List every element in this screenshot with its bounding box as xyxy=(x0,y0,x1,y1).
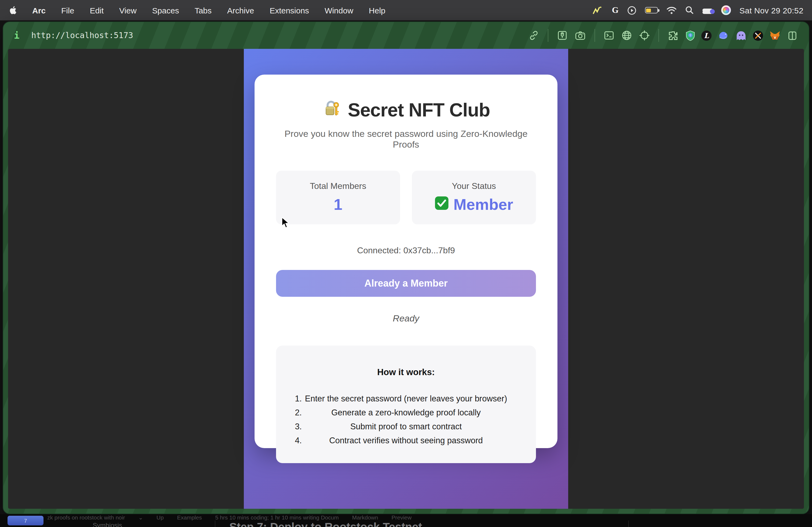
stat-value: 1 xyxy=(334,196,342,214)
play-circle-icon[interactable] xyxy=(627,5,636,16)
total-members-stat: Total Members 1 xyxy=(276,171,400,224)
mouse-cursor xyxy=(281,217,289,231)
screen: Arc File Edit View Spaces Tabs Archive E… xyxy=(0,0,812,527)
page-background-gradient: Secret NFT Club Prove you know the secre… xyxy=(244,49,568,509)
background-preview-label[interactable]: Preview xyxy=(392,514,412,521)
picture-in-picture-icon[interactable] xyxy=(556,30,568,41)
extensions-puzzle-icon[interactable] xyxy=(667,29,679,42)
battery-icon[interactable] xyxy=(645,7,658,13)
macos-menu-bar: Arc File Edit View Spaces Tabs Archive E… xyxy=(0,0,812,20)
siri-icon[interactable] xyxy=(721,5,731,15)
browser-toolbar: i http://localhost:5173 xyxy=(3,22,809,49)
status-text: Ready xyxy=(276,313,536,324)
chevron-down-icon: ⌄ xyxy=(138,514,143,521)
grammarly-icon[interactable]: G xyxy=(612,5,619,16)
wifi-icon[interactable] xyxy=(666,5,677,16)
info-icon[interactable]: i xyxy=(14,30,19,41)
how-it-works-panel: How it works: 1. Enter the secret passwo… xyxy=(276,346,536,463)
camera-icon[interactable] xyxy=(574,30,586,41)
link-icon[interactable] xyxy=(528,30,540,41)
toolbar-divider xyxy=(595,29,595,42)
connected-wallet-address: Connected: 0x37cb...7bf9 xyxy=(276,246,536,255)
browser-viewport: Secret NFT Club Prove you know the secre… xyxy=(8,49,804,509)
background-session-text: 5 hrs 10 mins coding; 1 hr 10 mins writi… xyxy=(215,514,339,521)
how-step-3: 3. Submit proof to smart contract xyxy=(287,422,525,431)
privacy-shield-icon[interactable] xyxy=(685,30,695,41)
menu-app-name[interactable]: Arc xyxy=(32,6,46,15)
menu-file[interactable]: File xyxy=(61,6,74,15)
toolbar-divider xyxy=(658,29,659,42)
your-status-stat: Your Status Member xyxy=(412,171,536,224)
how-step-2: 2. Generate a zero-knowledge proof local… xyxy=(287,408,525,417)
background-document-heading: Step 7: Deploy to Rootstock Testnet xyxy=(229,521,422,527)
apple-logo-icon[interactable] xyxy=(9,5,17,16)
stocks-chart-icon[interactable] xyxy=(593,5,603,16)
phantom-wallet-icon[interactable] xyxy=(735,30,747,41)
check-mark-emoji xyxy=(435,196,449,214)
background-window-toolbar: zk proofs on rootstock with noir ⌄ Up Ex… xyxy=(47,514,423,521)
x-extension-icon[interactable] xyxy=(753,30,763,41)
how-step-4: 4. Contract verifies without seeing pass… xyxy=(287,436,525,445)
script-l-extension-icon[interactable]: L xyxy=(701,30,712,41)
how-step-1: 1. Enter the secret password (never leav… xyxy=(287,394,525,403)
globe-icon[interactable] xyxy=(621,30,633,41)
background-examples-label[interactable]: Examples xyxy=(177,514,202,521)
menu-window[interactable]: Window xyxy=(325,6,353,15)
menu-view[interactable]: View xyxy=(119,6,137,15)
stat-label: Total Members xyxy=(310,181,366,191)
menu-bar-clock[interactable]: Sat Nov 29 20:52 xyxy=(740,6,803,15)
background-divider xyxy=(215,521,215,527)
arc-browser-window: i http://localhost:5173 xyxy=(3,21,809,514)
rabby-wallet-icon[interactable] xyxy=(717,30,729,41)
menu-edit[interactable]: Edit xyxy=(90,6,104,15)
background-up-label[interactable]: Up xyxy=(157,514,164,521)
background-markdown-label[interactable]: Markdown xyxy=(352,514,378,521)
menu-tabs[interactable]: Tabs xyxy=(195,6,212,15)
control-center-icon[interactable] xyxy=(702,6,713,14)
stat-label: Your Status xyxy=(452,181,496,191)
split-view-icon[interactable] xyxy=(787,30,798,41)
background-tab-title[interactable]: zk proofs on rootstock with noir xyxy=(47,514,125,521)
page-subtitle: Prove you know the secret password using… xyxy=(276,129,536,150)
secret-nft-club-card: Secret NFT Club Prove you know the secre… xyxy=(255,75,557,448)
target-icon[interactable] xyxy=(639,30,650,41)
lock-with-key-emoji xyxy=(322,99,341,121)
spotlight-search-icon[interactable] xyxy=(685,5,694,16)
already-a-member-button[interactable]: Already a Member xyxy=(276,270,536,297)
background-window-strip: 7 zk proofs on rootstock with noir ⌄ Up … xyxy=(0,514,812,527)
background-divider xyxy=(628,521,629,527)
url-bar[interactable]: i http://localhost:5173 xyxy=(14,30,133,41)
menu-spaces[interactable]: Spaces xyxy=(152,6,179,15)
url-text[interactable]: http://localhost:5173 xyxy=(31,31,133,40)
toolbar-divider xyxy=(548,29,548,42)
stat-value: Member xyxy=(453,196,513,214)
menu-help[interactable]: Help xyxy=(369,6,386,15)
background-blue-tab[interactable]: 7 xyxy=(8,516,44,525)
page-title: Secret NFT Club xyxy=(348,99,490,121)
how-it-works-title: How it works: xyxy=(287,367,525,377)
background-sidebar-title: Symbiosis xyxy=(70,522,145,527)
menu-archive[interactable]: Archive xyxy=(227,6,254,15)
metamask-fox-icon[interactable] xyxy=(769,30,781,41)
menu-extensions[interactable]: Extensions xyxy=(270,6,309,15)
terminal-icon[interactable] xyxy=(603,30,615,41)
